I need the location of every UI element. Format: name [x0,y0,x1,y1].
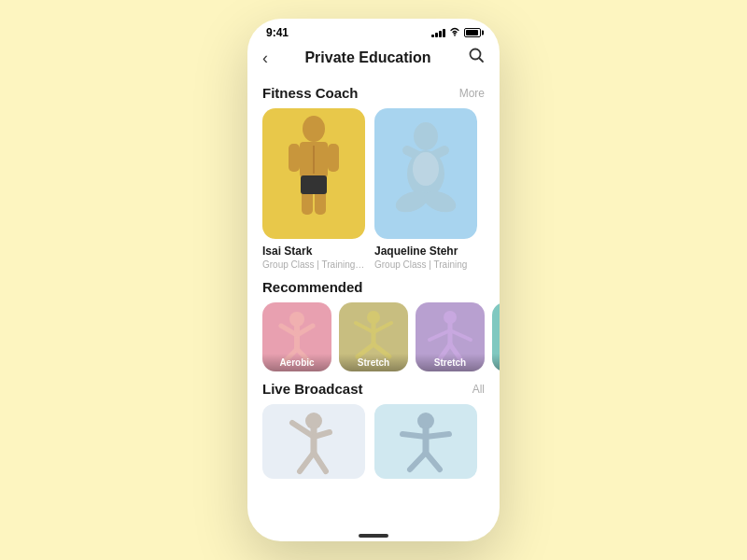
recommended-row: Aerobic Stretch [247,302,500,371]
svg-rect-6 [328,144,339,172]
live-figure-1 [262,404,365,479]
fitness-coach-header: Fitness Coach More [247,76,500,108]
svg-line-51 [426,434,449,437]
wifi-icon [449,27,460,38]
svg-line-26 [356,323,374,332]
svg-line-32 [430,330,450,340]
status-bar: 9:41 [247,19,500,43]
coach-name-2: Jaqueline Stehr [374,245,477,258]
rec-label-2: Stretch [339,354,408,371]
status-time: 9:41 [266,26,289,39]
svg-point-11 [414,122,438,150]
rec-card-4[interactable]: Ae... [492,302,500,371]
fitness-coach-more[interactable]: More [459,87,485,100]
page-title: Private Education [304,49,430,66]
coach-tags-1: Group Class | Training Camp [262,259,365,270]
search-button[interactable] [468,47,485,68]
signal-bar-1 [431,35,434,37]
fitness-coach-title: Fitness Coach [262,85,359,101]
rec-card-2[interactable]: Stretch [339,302,408,371]
svg-point-17 [413,152,439,186]
recommended-header: Recommended [247,270,500,302]
rec-card-3[interactable]: Stretch [416,302,485,371]
rec-label-4: Ae... [492,354,500,371]
rec-label-3: Stretch [416,354,485,371]
live-figure-stretch1 [262,404,365,479]
coach-card-2[interactable]: Jaqueline Stehr Group Class | Training [374,108,477,270]
scroll-indicator [247,528,500,541]
svg-line-53 [426,453,440,469]
svg-rect-9 [301,175,327,194]
battery-fill [466,30,478,35]
recommended-title: Recommended [262,279,363,295]
live-broadcast-header: Live Broadcast All [247,371,500,404]
svg-line-2 [480,59,484,63]
rec-card-1[interactable]: Aerobic [262,302,331,371]
coach-figure-male [262,108,365,239]
nav-header: ‹ Private Education [247,43,500,76]
battery-icon [464,28,481,37]
svg-point-1 [471,49,481,60]
signal-bar-3 [439,31,442,37]
signal-bar-4 [443,29,445,37]
live-broadcast-title: Live Broadcast [262,381,363,397]
svg-line-50 [402,434,426,437]
svg-line-52 [410,453,426,469]
live-card-2[interactable] [374,404,477,479]
coach-tags-2: Group Class | Training [374,259,477,270]
signal-bar-2 [435,33,438,37]
live-row [247,404,500,479]
rec-label-1: Aerobic [262,354,331,371]
svg-rect-5 [289,144,300,172]
signal-bars-icon [431,28,445,37]
svg-line-33 [450,330,471,340]
phone-frame: 9:41 ‹ Private Education [247,19,500,541]
live-broadcast-all[interactable]: All [472,383,485,396]
live-figure-stretch2 [374,404,477,479]
live-figure-2 [374,404,477,479]
svg-point-3 [303,116,325,142]
status-icons [431,27,481,38]
svg-line-27 [374,323,391,332]
live-card-1[interactable] [262,404,365,479]
coaches-row: Isai Stark Group Class | Training Camp [247,108,500,270]
coach-image-2 [374,108,477,239]
coach-figure-female [374,108,477,239]
coach-card-1[interactable]: Isai Stark Group Class | Training Camp [262,108,365,270]
main-scroll[interactable]: Fitness Coach More [247,76,500,528]
svg-point-0 [454,35,456,36]
scroll-dot [359,534,388,538]
svg-line-46 [300,453,314,471]
coach-image-1 [262,108,365,239]
coach-name-1: Isai Stark [262,245,365,258]
back-button[interactable]: ‹ [262,49,268,66]
svg-line-47 [314,453,326,471]
